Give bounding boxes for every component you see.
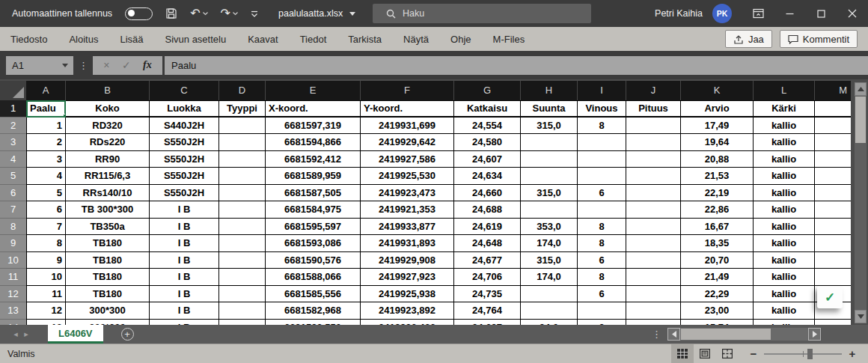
cell-B11[interactable]: TB180 <box>66 269 150 286</box>
cell-M6[interactable] <box>815 185 851 202</box>
cell-A7[interactable]: 6 <box>26 201 66 219</box>
row-header-3[interactable]: 3 <box>0 134 26 151</box>
cell-F7[interactable]: 2419921,353 <box>361 201 454 219</box>
cell-C4[interactable]: S550J2H <box>150 151 219 168</box>
cell-E8[interactable]: 6681595,597 <box>266 219 361 236</box>
cell-D10[interactable] <box>219 252 266 269</box>
cell-I12[interactable]: 6 <box>578 286 626 303</box>
cell-F14[interactable]: 2419936,466 <box>361 320 454 326</box>
cell-I3[interactable] <box>578 134 626 151</box>
cell-L9[interactable]: kallio <box>754 235 815 252</box>
cell-E6[interactable]: 6681587,505 <box>266 185 361 202</box>
cell-G2[interactable]: 24,554 <box>454 118 521 135</box>
row-header-5[interactable]: 5 <box>0 168 26 185</box>
cell-M4[interactable] <box>815 151 851 168</box>
cell-B10[interactable]: TB180 <box>66 252 150 269</box>
cell-E12[interactable]: 6681585,556 <box>266 286 361 303</box>
cell-J14[interactable] <box>626 320 681 326</box>
sheet-nav-right-icon[interactable]: ▸ <box>21 329 31 339</box>
cell-E9[interactable]: 6681593,086 <box>266 235 361 252</box>
cell-E2[interactable]: 6681597,319 <box>266 118 361 135</box>
cell-I14[interactable]: 8 <box>578 320 626 326</box>
cell-F11[interactable]: 2419927,923 <box>361 269 454 286</box>
scrollbar-splitter[interactable]: ⋮ <box>652 329 661 340</box>
cell-A14[interactable]: 13 <box>26 320 66 326</box>
cell-D4[interactable] <box>219 151 266 168</box>
row-header-4[interactable]: 4 <box>0 151 26 168</box>
cell-L3[interactable]: kallio <box>754 134 815 151</box>
cell-G13[interactable]: 24,764 <box>454 302 521 320</box>
minimize-button[interactable] <box>774 0 805 27</box>
cell-J1[interactable]: Pituus <box>626 100 681 118</box>
cell-I2[interactable]: 8 <box>578 118 626 135</box>
cell-A13[interactable]: 12 <box>26 302 66 320</box>
cell-I13[interactable] <box>578 302 626 320</box>
scroll-left-icon[interactable] <box>667 328 680 341</box>
row-header-11[interactable]: 11 <box>0 269 26 286</box>
row-header-9[interactable]: 9 <box>0 235 26 252</box>
cell-G14[interactable]: 24,697 <box>454 320 521 326</box>
column-header-B[interactable]: B <box>66 81 150 100</box>
cell-K7[interactable]: 22,86 <box>681 201 754 219</box>
cell-L5[interactable]: kallio <box>754 168 815 185</box>
horizontal-scrollbar[interactable] <box>667 328 821 341</box>
cell-D2[interactable] <box>219 118 266 135</box>
cell-L11[interactable]: kallio <box>754 269 815 286</box>
cell-J8[interactable] <box>626 219 681 236</box>
cell-K14[interactable]: 15,74 <box>681 320 754 326</box>
cell-B1[interactable]: Koko <box>66 100 150 118</box>
cell-J2[interactable] <box>626 118 681 135</box>
vertical-scrollbar-track[interactable] <box>855 144 867 310</box>
cell-J5[interactable] <box>626 168 681 185</box>
cell-K1[interactable]: Arvio <box>681 100 754 118</box>
cell-M7[interactable] <box>815 201 851 219</box>
cell-F9[interactable]: 2419931,893 <box>361 235 454 252</box>
cell-L13[interactable]: kallio <box>754 302 815 320</box>
cell-K12[interactable]: 22,29 <box>681 286 754 303</box>
cell-H11[interactable]: 174,0 <box>521 269 578 286</box>
cell-E13[interactable]: 6681582,968 <box>266 302 361 320</box>
cell-J7[interactable] <box>626 201 681 219</box>
cell-G6[interactable]: 24,660 <box>454 185 521 202</box>
cell-D7[interactable] <box>219 201 266 219</box>
cell-L2[interactable]: kallio <box>754 118 815 135</box>
document-title[interactable]: paalulaatta.xlsx <box>278 0 355 27</box>
column-header-F[interactable]: F <box>361 81 454 100</box>
cell-E14[interactable]: 6681593,550 <box>266 320 361 326</box>
cell-K6[interactable]: 22,19 <box>681 185 754 202</box>
ribbon-tab-tiedot[interactable]: Tiedot <box>300 34 327 45</box>
normal-view-button[interactable] <box>671 344 694 363</box>
cell-G7[interactable]: 24,688 <box>454 201 521 219</box>
scroll-down-icon[interactable] <box>855 310 867 323</box>
page-layout-view-button[interactable] <box>694 344 716 363</box>
cell-H6[interactable]: 315,0 <box>521 185 578 202</box>
check-overlay-button[interactable]: ✓ <box>817 286 843 308</box>
cell-F4[interactable]: 2419927,586 <box>361 151 454 168</box>
cell-J13[interactable] <box>626 302 681 320</box>
row-header-8[interactable]: 8 <box>0 219 26 236</box>
cell-D12[interactable] <box>219 286 266 303</box>
cell-B14[interactable]: 300*300 <box>66 320 150 326</box>
cell-I8[interactable]: 8 <box>578 219 626 236</box>
cell-H13[interactable] <box>521 302 578 320</box>
column-header-K[interactable]: K <box>681 81 754 100</box>
cell-C9[interactable]: I B <box>150 235 219 252</box>
vertical-scrollbar-thumb[interactable] <box>855 97 866 143</box>
cell-K4[interactable]: 20,88 <box>681 151 754 168</box>
ribbon-display-options-icon[interactable] <box>742 0 774 27</box>
cell-F10[interactable]: 2419929,908 <box>361 252 454 269</box>
cell-K3[interactable]: 19,64 <box>681 134 754 151</box>
cell-M1[interactable] <box>815 100 851 118</box>
cell-M3[interactable] <box>815 134 851 151</box>
cell-C1[interactable]: Luokka <box>150 100 219 118</box>
cell-B9[interactable]: TB180 <box>66 235 150 252</box>
row-header-1[interactable]: 1 <box>0 100 26 118</box>
cell-A6[interactable]: 5 <box>26 185 66 202</box>
row-header-6[interactable]: 6 <box>0 185 26 202</box>
maximize-button[interactable] <box>805 0 837 27</box>
cell-G4[interactable]: 24,607 <box>454 151 521 168</box>
cell-L12[interactable]: kallio <box>754 286 815 303</box>
cell-H12[interactable] <box>521 286 578 303</box>
cell-C10[interactable]: I B <box>150 252 219 269</box>
cell-A11[interactable]: 10 <box>26 269 66 286</box>
